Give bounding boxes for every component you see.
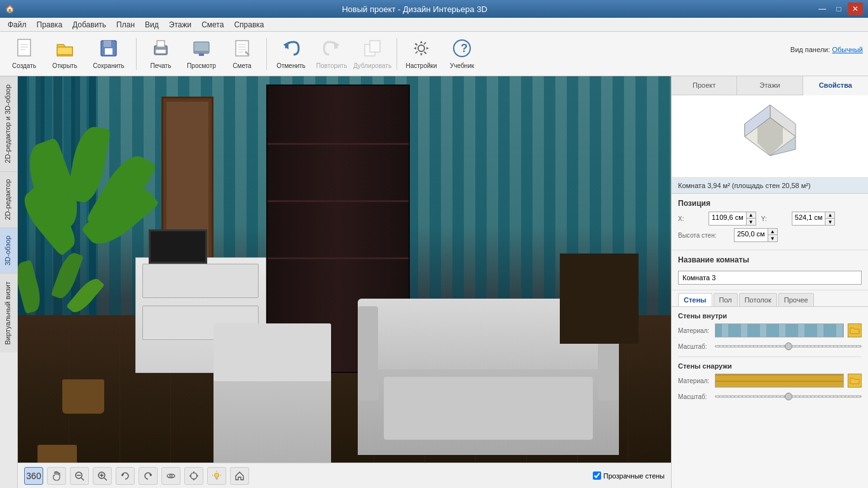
tab-properties[interactable]: Свойства <box>803 76 868 95</box>
svg-line-27 <box>81 478 84 480</box>
menu-estimate[interactable]: Смета <box>196 19 229 30</box>
view-toolbar: 360 <box>18 463 671 488</box>
menu-view[interactable]: Вид <box>140 19 164 30</box>
y-spinners: ▲ ▼ <box>825 212 834 225</box>
sidetab-2d[interactable]: 2D-редактор <box>0 171 17 227</box>
svg-rect-0 <box>18 39 31 56</box>
panel-style-selector: Вид панели: Обычный <box>790 46 863 53</box>
print-button[interactable]: Печать <box>142 35 180 73</box>
inner-tab-other[interactable]: Прочее <box>778 293 814 306</box>
view-btn-rotate-right[interactable] <box>139 467 158 485</box>
menu-add[interactable]: Добавить <box>67 19 111 30</box>
duplicate-button[interactable]: Дублировать <box>353 35 391 73</box>
sidetab-2d3d[interactable]: 2D-редактор и 3D-обзор <box>0 76 17 171</box>
transparent-walls-checkbox[interactable] <box>593 471 601 480</box>
estimate-button[interactable]: Смета <box>223 35 261 73</box>
walls-inside-scale-slider[interactable] <box>715 341 862 351</box>
panel-style-value[interactable]: Обычный <box>832 46 863 53</box>
sidetab-virtual[interactable]: Виртуальный визит <box>0 273 17 353</box>
walls-inside-scale-row: Масштаб: <box>678 341 862 351</box>
walls-inside-material-preview[interactable] <box>715 323 844 337</box>
h-spinners: ▲ ▼ <box>768 229 777 241</box>
titlebar-controls: — □ ✕ <box>815 3 863 15</box>
svg-point-42 <box>215 473 219 477</box>
svg-rect-6 <box>104 41 111 47</box>
height-row: Высота стен: 250,0 см ▲ ▼ <box>678 228 862 242</box>
x-spin-up[interactable]: ▲ <box>747 212 756 219</box>
undo-button[interactable]: Отменить <box>272 35 310 73</box>
maximize-button[interactable]: □ <box>831 3 846 15</box>
sidetab-3d[interactable]: 3D-обзор <box>0 227 17 273</box>
svg-marker-20 <box>334 42 339 50</box>
y-spin-up[interactable]: ▲ <box>825 212 834 219</box>
menu-floors[interactable]: Этажи <box>164 19 196 30</box>
tutorial-button[interactable]: ? Учебник <box>443 35 481 73</box>
chair-back <box>214 323 331 381</box>
tutorial-label: Учебник <box>450 62 474 69</box>
svg-rect-9 <box>157 41 165 47</box>
titlebar-left: 🏠 <box>5 4 15 13</box>
x-spin-down[interactable]: ▼ <box>747 219 756 225</box>
walls-inside-material-folder[interactable] <box>848 323 862 337</box>
tutorial-icon: ? <box>452 38 472 61</box>
walls-outside-material-texture <box>715 374 843 387</box>
preview-button[interactable]: Просмотр <box>182 35 220 73</box>
redo-button[interactable]: Повторить <box>313 35 351 73</box>
view-btn-rotate-left[interactable] <box>116 467 135 485</box>
shelf-1 <box>268 143 409 145</box>
create-icon <box>14 38 34 61</box>
menu-edit[interactable]: Правка <box>32 19 68 30</box>
walls-outside-material-folder[interactable] <box>848 374 862 388</box>
menu-file[interactable]: Файл <box>3 19 32 30</box>
tab-floors[interactable]: Этажи <box>737 76 803 95</box>
open-button[interactable]: Открыть <box>46 35 84 73</box>
transparent-walls-row: Прозрачные стены <box>593 471 665 480</box>
panel-tabs: Проект Этажи Свойства <box>672 76 868 95</box>
view-btn-zoom-in[interactable] <box>93 467 112 485</box>
inner-tab-floor[interactable]: Пол <box>714 293 738 306</box>
h-spin-up[interactable]: ▲ <box>768 229 777 235</box>
y-spin-down[interactable]: ▼ <box>825 219 834 225</box>
view-btn-zoom-out[interactable] <box>70 467 89 485</box>
inner-tabs: Стены Пол Потолок Прочее <box>672 290 868 307</box>
room-name-label: Название комнаты <box>678 255 862 264</box>
svg-text:?: ? <box>461 42 468 55</box>
view-btn-home[interactable] <box>230 467 249 485</box>
tv <box>149 229 207 264</box>
walls-outside-material-label: Материал: <box>678 377 711 384</box>
room-name-input[interactable] <box>678 271 862 285</box>
close-button[interactable]: ✕ <box>848 3 863 15</box>
h-spin-down[interactable]: ▼ <box>768 235 777 241</box>
settings-icon <box>411 38 431 61</box>
print-icon <box>151 38 171 61</box>
h-value: 250,0 см <box>735 229 768 241</box>
walls-outside-title: Стены снаружи <box>678 362 862 370</box>
x-input-wrap: 1109,6 см ▲ ▼ <box>709 212 756 226</box>
save-button[interactable]: Сохранить <box>86 35 131 73</box>
view-btn-360[interactable]: 360 <box>24 467 43 485</box>
scale-thumb-outside[interactable] <box>785 393 792 400</box>
walls-outside-scale-slider[interactable] <box>715 391 862 402</box>
view-btn-light[interactable] <box>207 467 226 485</box>
settings-button[interactable]: Настройки <box>402 35 440 73</box>
walls-inside-material-label: Материал: <box>678 327 711 334</box>
sofa-cushion <box>384 377 593 439</box>
create-button[interactable]: Создать <box>5 35 43 73</box>
inner-tab-ceiling[interactable]: Потолок <box>739 293 777 306</box>
menu-help[interactable]: Справка <box>229 19 269 30</box>
tab-project[interactable]: Проект <box>672 76 737 95</box>
redo-label: Повторить <box>316 62 348 69</box>
view-btn-orbit[interactable] <box>161 467 180 485</box>
shelf-3 <box>268 257 409 259</box>
menu-plan[interactable]: План <box>111 19 140 30</box>
toolbar-separator-3 <box>397 38 397 70</box>
plant2-leaves <box>22 241 92 433</box>
view-btn-hand[interactable] <box>47 467 66 485</box>
walls-outside-material-preview[interactable] <box>715 374 844 388</box>
view-btn-pan[interactable] <box>184 467 203 485</box>
minimize-button[interactable]: — <box>815 3 830 15</box>
view-3d[interactable]: 360 <box>18 76 671 488</box>
undo-icon <box>281 38 301 61</box>
inner-tab-walls[interactable]: Стены <box>678 293 712 306</box>
scale-thumb-inside[interactable] <box>785 342 792 350</box>
